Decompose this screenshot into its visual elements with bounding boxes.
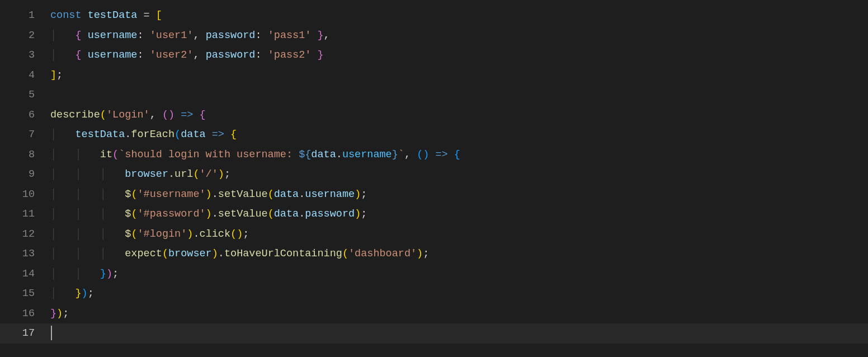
code-line[interactable]: 4]; [0,65,868,86]
line-number: 14 [0,264,50,284]
code-content[interactable]: │ { username: 'user2', password: 'pass2'… [50,45,324,65]
token-brk2: { [200,109,206,121]
token-plain: . [212,208,218,220]
token-op: : [137,49,143,61]
code-line[interactable]: 13│ │ │ expect(browser).toHaveUrlContain… [0,244,868,264]
token-brk3: ( [417,149,423,161]
indent-guide: │ [50,189,75,200]
token-plain: . [218,248,224,260]
token-str: '#login' [137,228,187,240]
token-fn: describe [50,109,100,121]
code-content[interactable]: │ │ it(`should login with username: ${da… [50,145,460,165]
token-brk3: ) [423,149,429,161]
token-str: '#username' [137,189,205,200]
token-brk1: ( [230,228,237,240]
token-brk1: ( [268,189,274,200]
token-str: '#password' [137,208,205,220]
token-brk1: ) [206,189,212,200]
indent-guide: │ [50,288,75,299]
line-number: 16 [0,304,50,324]
token-plain: . [168,168,174,180]
token-plain [311,49,317,61]
code-line[interactable]: 17 [0,323,868,344]
token-fn: expect [125,248,162,260]
indent-guide: │ [50,129,75,140]
token-str: 'dashboard' [348,248,417,260]
code-content[interactable]: const testData = [ [50,6,162,26]
indent-guide: │ [100,248,125,260]
code-line[interactable]: 8│ │ it(`should login with username: ${d… [0,145,868,165]
line-number: 15 [0,284,50,304]
token-id: browser [168,248,212,260]
code-line[interactable]: 2│ { username: 'user1', password: 'pass1… [0,26,868,46]
code-line[interactable]: 14│ │ }); [0,264,868,284]
line-number: 12 [0,224,50,245]
code-line[interactable]: 12│ │ │ $('#login').click(); [0,224,868,245]
code-content[interactable]: }); [50,304,69,324]
token-str: '/' [200,168,218,180]
token-plain [193,109,199,121]
indent-guide: │ [100,189,125,200]
code-line[interactable]: 9│ │ │ browser.url('/'); [0,165,868,185]
token-plain: . [193,228,199,240]
token-plain: . [125,129,131,140]
token-plain [150,10,156,21]
indent-guide: │ [50,228,75,240]
token-plain: , [193,30,205,41]
code-content[interactable]: │ │ │ browser.url('/'); [50,165,230,185]
token-plain: , [150,109,162,121]
token-str: 'pass2' [268,49,312,61]
token-fn: $ [125,208,131,220]
code-line[interactable]: 6describe('Login', () => { [0,105,868,125]
code-content[interactable]: │ │ │ $('#username').setValue(data.usern… [50,185,367,205]
token-str: 'user1' [150,30,194,41]
token-kw: => [212,129,224,140]
code-content[interactable]: │ │ │ $('#login').click(); [50,224,249,245]
code-line[interactable]: 16}); [0,304,868,324]
code-content[interactable]: │ testData.forEach(data => { [50,125,237,145]
token-brk1: [ [156,10,162,21]
token-brk2: } [318,30,324,41]
code-content[interactable] [50,323,52,344]
code-line[interactable]: 7│ testData.forEach(data => { [0,125,868,145]
indent-guide: │ [75,208,100,220]
indent-guide: │ [75,248,100,260]
code-content[interactable]: │ │ │ expect(browser).toHaveUrlContainin… [50,244,429,264]
token-op: : [255,30,261,41]
token-kw: const [50,10,88,21]
token-brk1: ( [162,248,168,260]
code-line[interactable]: 10│ │ │ $('#username').setValue(data.use… [0,185,868,205]
token-brk1: ) [187,228,193,240]
token-str: ` [398,149,404,161]
token-brk1: ] [50,69,56,81]
token-brk1: ) [206,208,212,220]
code-editor[interactable]: 1const testData = [2│ { username: 'user1… [0,0,868,344]
token-brk1: ) [417,248,423,260]
code-line[interactable]: 11│ │ │ $('#password').setValue(data.pas… [0,204,868,224]
token-fn: url [174,168,193,180]
code-content[interactable]: │ }); [50,284,94,304]
code-content[interactable]: │ { username: 'user1', password: 'pass1'… [50,26,330,46]
token-brk2: ) [168,109,174,121]
token-plain: ; [423,248,429,260]
token-plain: , [324,30,330,41]
line-number: 8 [0,145,50,165]
token-brk1: ) [218,168,224,180]
token-fn: forEach [131,129,174,140]
code-line[interactable]: 5 [0,85,868,105]
token-fn: $ [125,189,131,200]
token-prop: username [342,149,392,161]
indent-guide: │ [50,248,75,260]
token-op: : [137,30,143,41]
code-content[interactable]: │ │ │ $('#password').setValue(data.passw… [50,204,367,224]
code-content[interactable]: │ │ }); [50,264,119,284]
code-line[interactable]: 3│ { username: 'user2', password: 'pass2… [0,45,868,65]
token-id: testData [75,129,125,140]
token-id: password [206,30,256,41]
code-line[interactable]: 1const testData = [ [0,6,868,26]
code-content[interactable]: describe('Login', () => { [50,105,206,125]
code-content[interactable]: ]; [50,65,63,86]
indent-guide: │ [75,189,100,200]
token-kw: } [392,149,398,161]
code-line[interactable]: 15│ }); [0,284,868,304]
